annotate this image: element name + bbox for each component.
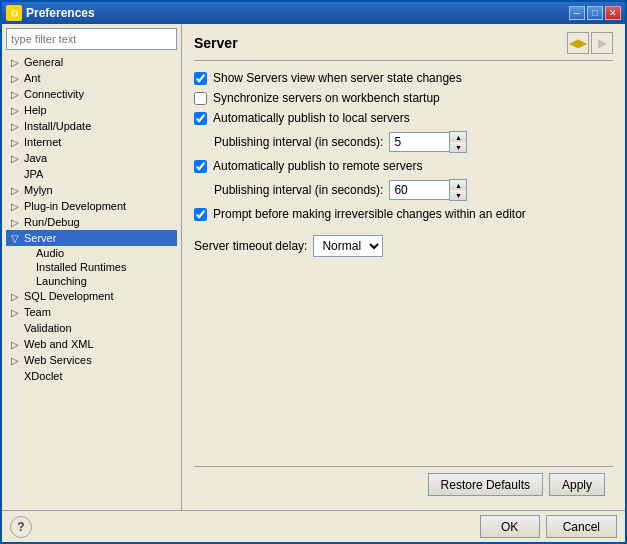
tree-item-label: General bbox=[24, 56, 63, 68]
timeout-delay-row: Server timeout delay: Normal Short Long … bbox=[194, 235, 613, 257]
window-title: Preferences bbox=[26, 6, 565, 20]
spinner-down-button[interactable]: ▼ bbox=[450, 142, 466, 152]
tree-item-label: Mylyn bbox=[24, 184, 53, 196]
preferences-window: ⚙ Preferences ─ □ ✕ ▷ General ▷ Ant bbox=[0, 0, 627, 544]
tree-item-web-xml[interactable]: ▷ Web and XML bbox=[6, 336, 177, 352]
restore-defaults-button[interactable]: Restore Defaults bbox=[428, 473, 543, 496]
tree-view: ▷ General ▷ Ant ▷ Connectivity ▷ Help bbox=[6, 54, 177, 506]
prompt-changes-label: Prompt before making irreversible change… bbox=[213, 207, 526, 221]
tree-item-installed-runtimes[interactable]: Installed Runtimes bbox=[6, 260, 177, 274]
tree-item-ant[interactable]: ▷ Ant bbox=[6, 70, 177, 86]
tree-item-plugin-dev[interactable]: ▷ Plug-in Development bbox=[6, 198, 177, 214]
show-servers-checkbox[interactable] bbox=[194, 72, 207, 85]
tree-item-validation[interactable]: ▷ Validation bbox=[6, 320, 177, 336]
show-servers-label: Show Servers view when server state chan… bbox=[213, 71, 462, 85]
tree-item-label: Install/Update bbox=[24, 120, 91, 132]
spinner-buttons: ▲ ▼ bbox=[449, 179, 467, 201]
panel-body: Show Servers view when server state chan… bbox=[194, 71, 613, 466]
nav-forward-button[interactable]: ◀▶ bbox=[567, 32, 589, 54]
auto-publish-remote-label: Automatically publish to remote servers bbox=[213, 159, 422, 173]
expander-icon: ▷ bbox=[8, 321, 22, 335]
tree-item-connectivity[interactable]: ▷ Connectivity bbox=[6, 86, 177, 102]
expander-icon: ▽ bbox=[8, 231, 22, 245]
tree-item-sql-dev[interactable]: ▷ SQL Development bbox=[6, 288, 177, 304]
close-button[interactable]: ✕ bbox=[605, 6, 621, 20]
tree-item-label: JPA bbox=[24, 168, 43, 180]
right-panel: Server ◀▶ ▶ Show Servers view when serve… bbox=[182, 24, 625, 510]
timeout-delay-select[interactable]: Normal Short Long Never bbox=[313, 235, 383, 257]
spinner-up-button[interactable]: ▲ bbox=[450, 132, 466, 142]
tree-item-xdoclet[interactable]: ▷ XDoclet bbox=[6, 368, 177, 384]
spinner-down-button[interactable]: ▼ bbox=[450, 190, 466, 200]
expander-icon: ▷ bbox=[8, 103, 22, 117]
expander-icon: ▷ bbox=[8, 183, 22, 197]
tree-item-label: Web Services bbox=[24, 354, 92, 366]
timeout-delay-label: Server timeout delay: bbox=[194, 239, 307, 253]
publish-local-interval-label: Publishing interval (in seconds): bbox=[214, 135, 383, 149]
maximize-button[interactable]: □ bbox=[587, 6, 603, 20]
tree-item-internet[interactable]: ▷ Internet bbox=[6, 134, 177, 150]
tree-item-help[interactable]: ▷ Help bbox=[6, 102, 177, 118]
cancel-button[interactable]: Cancel bbox=[546, 515, 617, 538]
publish-local-input[interactable] bbox=[389, 132, 449, 152]
tree-item-label: Installed Runtimes bbox=[36, 261, 127, 273]
expander-icon: ▷ bbox=[8, 369, 22, 383]
auto-publish-remote-checkbox[interactable] bbox=[194, 160, 207, 173]
prompt-changes-checkbox[interactable] bbox=[194, 208, 207, 221]
nav-back-button[interactable]: ▶ bbox=[591, 32, 613, 54]
tree-item-mylyn[interactable]: ▷ Mylyn bbox=[6, 182, 177, 198]
tree-item-label: Help bbox=[24, 104, 47, 116]
publish-remote-spinner: ▲ ▼ bbox=[389, 179, 467, 201]
publish-remote-input[interactable] bbox=[389, 180, 449, 200]
expander-icon: ▷ bbox=[8, 151, 22, 165]
tree-item-jpa[interactable]: ▷ JPA bbox=[6, 166, 177, 182]
tree-item-launching[interactable]: Launching bbox=[6, 274, 177, 288]
filter-input[interactable] bbox=[6, 28, 177, 50]
tree-item-server[interactable]: ▽ Server bbox=[6, 230, 177, 246]
panel-header: Server ◀▶ ▶ bbox=[194, 32, 613, 61]
publish-local-interval-row: Publishing interval (in seconds): ▲ ▼ bbox=[194, 131, 613, 153]
tree-item-label: Web and XML bbox=[24, 338, 94, 350]
expander-icon: ▷ bbox=[8, 135, 22, 149]
tree-item-web-services[interactable]: ▷ Web Services bbox=[6, 352, 177, 368]
tree-item-label: Launching bbox=[36, 275, 87, 287]
tree-item-team[interactable]: ▷ Team bbox=[6, 304, 177, 320]
expander-icon: ▷ bbox=[8, 215, 22, 229]
tree-item-label: Server bbox=[24, 232, 56, 244]
auto-publish-remote-row: Automatically publish to remote servers bbox=[194, 159, 613, 173]
expander-icon: ▷ bbox=[8, 289, 22, 303]
tree-item-label: Ant bbox=[24, 72, 41, 84]
expander-icon: ▷ bbox=[8, 71, 22, 85]
tree-item-run-debug[interactable]: ▷ Run/Debug bbox=[6, 214, 177, 230]
auto-publish-local-checkbox[interactable] bbox=[194, 112, 207, 125]
tree-item-label: XDoclet bbox=[24, 370, 63, 382]
publish-remote-interval-label: Publishing interval (in seconds): bbox=[214, 183, 383, 197]
spinner-up-button[interactable]: ▲ bbox=[450, 180, 466, 190]
panel-title: Server bbox=[194, 35, 238, 51]
title-bar: ⚙ Preferences ─ □ ✕ bbox=[2, 2, 625, 24]
tree-item-label: Plug-in Development bbox=[24, 200, 126, 212]
show-servers-row: Show Servers view when server state chan… bbox=[194, 71, 613, 85]
panel-navigation: ◀▶ ▶ bbox=[567, 32, 613, 54]
tree-item-java[interactable]: ▷ Java bbox=[6, 150, 177, 166]
tree-item-general[interactable]: ▷ General bbox=[6, 54, 177, 70]
apply-button[interactable]: Apply bbox=[549, 473, 605, 496]
footer: ? OK Cancel bbox=[2, 510, 625, 542]
minimize-button[interactable]: ─ bbox=[569, 6, 585, 20]
sync-servers-checkbox[interactable] bbox=[194, 92, 207, 105]
help-button[interactable]: ? bbox=[10, 516, 32, 538]
tree-item-label: Run/Debug bbox=[24, 216, 80, 228]
auto-publish-local-label: Automatically publish to local servers bbox=[213, 111, 410, 125]
tree-item-label: Connectivity bbox=[24, 88, 84, 100]
spinner-buttons: ▲ ▼ bbox=[449, 131, 467, 153]
main-content: ▷ General ▷ Ant ▷ Connectivity ▷ Help bbox=[2, 24, 625, 510]
tree-item-install-update[interactable]: ▷ Install/Update bbox=[6, 118, 177, 134]
expander-icon: ▷ bbox=[8, 87, 22, 101]
window-controls: ─ □ ✕ bbox=[569, 6, 621, 20]
ok-button[interactable]: OK bbox=[480, 515, 540, 538]
tree-item-label: SQL Development bbox=[24, 290, 113, 302]
prompt-changes-row: Prompt before making irreversible change… bbox=[194, 207, 613, 221]
tree-item-audio[interactable]: Audio bbox=[6, 246, 177, 260]
expander-icon: ▷ bbox=[8, 119, 22, 133]
window-icon: ⚙ bbox=[6, 5, 22, 21]
